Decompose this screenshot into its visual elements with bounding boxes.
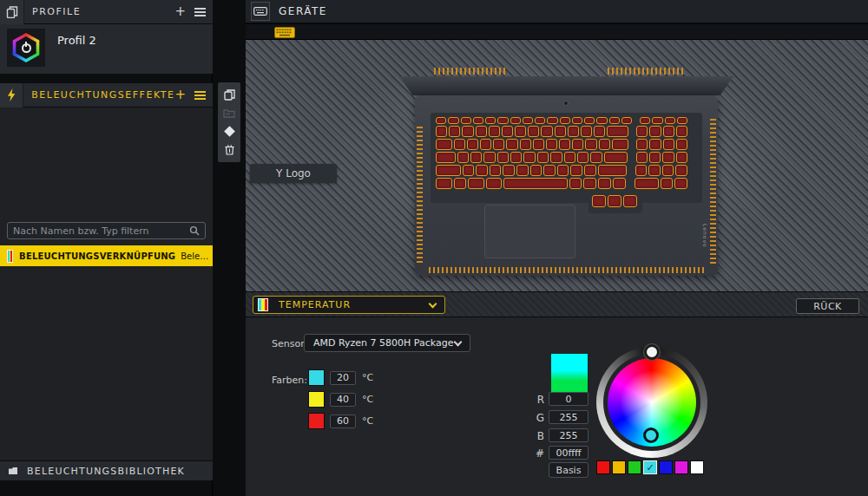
key[interactable] [663, 126, 674, 137]
key[interactable] [523, 152, 535, 163]
key[interactable] [473, 117, 483, 124]
key[interactable] [636, 152, 648, 163]
key[interactable] [468, 178, 484, 189]
key[interactable] [674, 178, 687, 189]
b-input[interactable] [549, 428, 589, 442]
y-logo-zone-chip[interactable]: Y Logo [250, 164, 337, 183]
key[interactable] [570, 165, 582, 176]
lighting-library-bar[interactable]: BELEUCHTUNGSBIBLIOTHEK [0, 460, 213, 480]
key[interactable] [515, 126, 526, 137]
temp-value-input[interactable] [330, 371, 356, 385]
key[interactable] [609, 117, 620, 124]
key[interactable] [448, 117, 458, 124]
key[interactable] [663, 139, 674, 150]
preset-swatch[interactable] [659, 460, 673, 474]
key[interactable] [530, 165, 542, 176]
key[interactable] [476, 165, 488, 176]
key[interactable] [486, 178, 503, 189]
key[interactable] [607, 126, 628, 137]
key[interactable] [569, 178, 582, 189]
led-strip-bottom[interactable] [429, 267, 704, 273]
arrow-key[interactable] [608, 195, 621, 207]
add-effect-button[interactable]: + [174, 88, 186, 101]
key[interactable] [598, 165, 627, 176]
key[interactable] [665, 117, 675, 124]
key[interactable] [635, 165, 648, 176]
key[interactable] [503, 165, 515, 176]
effect-type-dropdown[interactable]: TEMPERATUR [253, 296, 445, 314]
key[interactable] [528, 126, 539, 137]
key[interactable] [676, 152, 687, 163]
arrow-keys[interactable] [592, 195, 637, 207]
key[interactable] [652, 117, 662, 124]
key[interactable] [599, 139, 610, 150]
preset-swatch[interactable] [628, 460, 641, 474]
key[interactable] [550, 152, 562, 163]
device-canvas[interactable]: Y Logo Lenovo [246, 40, 868, 291]
key[interactable] [675, 165, 687, 176]
key[interactable] [547, 117, 557, 124]
key[interactable] [677, 117, 687, 124]
key[interactable] [541, 126, 552, 137]
key[interactable] [436, 126, 447, 137]
led-strip-top-left[interactable] [434, 68, 508, 75]
key[interactable] [612, 139, 628, 150]
key[interactable] [436, 152, 456, 163]
key[interactable] [546, 139, 557, 150]
move-effect-button[interactable] [222, 107, 236, 121]
key[interactable] [662, 152, 674, 163]
key[interactable] [463, 165, 475, 176]
key[interactable] [661, 178, 674, 189]
profiles-menu-button[interactable] [194, 11, 206, 13]
key[interactable] [454, 139, 465, 150]
led-strip-right[interactable] [710, 119, 716, 266]
key[interactable] [506, 139, 517, 150]
key[interactable] [497, 117, 508, 124]
key[interactable] [676, 126, 687, 137]
key[interactable] [480, 139, 491, 150]
key[interactable] [436, 117, 446, 124]
key[interactable] [636, 126, 648, 137]
profile-avatar[interactable] [7, 29, 45, 67]
key[interactable] [436, 139, 452, 150]
key[interactable] [483, 152, 495, 163]
temp-color-swatch[interactable] [308, 413, 325, 429]
key[interactable] [572, 139, 583, 150]
key[interactable] [621, 117, 632, 124]
key[interactable] [523, 117, 533, 124]
key[interactable] [596, 117, 607, 124]
key[interactable] [636, 139, 648, 150]
arrow-key[interactable] [623, 195, 637, 207]
temp-value-input[interactable] [330, 414, 356, 428]
r-input[interactable] [549, 392, 589, 406]
key[interactable] [662, 165, 674, 176]
key[interactable] [503, 178, 567, 189]
temp-color-swatch[interactable] [308, 369, 325, 386]
key[interactable] [649, 152, 661, 163]
key[interactable] [436, 165, 461, 176]
key[interactable] [594, 126, 605, 137]
g-input[interactable] [549, 410, 589, 424]
key[interactable] [537, 152, 549, 163]
preset-swatch[interactable] [612, 460, 626, 474]
key[interactable] [559, 139, 570, 150]
brightness-knob[interactable] [644, 344, 660, 360]
key[interactable] [516, 165, 529, 176]
key[interactable] [497, 152, 509, 163]
key[interactable] [489, 126, 500, 137]
key[interactable] [604, 152, 628, 163]
key[interactable] [533, 139, 544, 150]
key[interactable] [555, 126, 566, 137]
key[interactable] [584, 117, 595, 124]
key[interactable] [676, 139, 687, 150]
key[interactable] [648, 165, 661, 176]
key[interactable] [485, 117, 496, 124]
key[interactable] [613, 178, 626, 189]
key[interactable] [598, 178, 611, 189]
key[interactable] [568, 126, 579, 137]
sensor-dropdown[interactable]: AMD Ryzen 7 5800H Package [304, 334, 470, 352]
key[interactable] [564, 152, 575, 163]
preset-swatch[interactable] [690, 460, 704, 474]
key[interactable] [535, 117, 545, 124]
back-button[interactable]: RÜCK [796, 298, 859, 314]
